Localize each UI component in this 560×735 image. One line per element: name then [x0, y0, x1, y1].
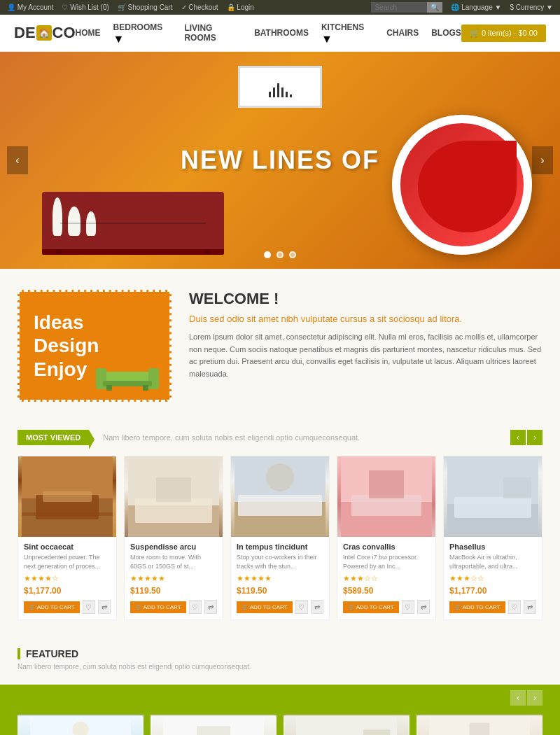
svg-rect-42: [470, 723, 490, 735]
product-stars: ★★★★★: [237, 574, 323, 583]
featured-image-3: [284, 715, 410, 735]
svg-rect-26: [503, 477, 531, 498]
svg-rect-4: [106, 385, 112, 391]
cart-button[interactable]: 🛒 0 item(s) - $0.00: [461, 24, 546, 42]
ball-chair-inner: [418, 141, 517, 232]
product-desc: More room to move. With 60GS or 150GS of…: [130, 553, 217, 570]
add-to-cart-button[interactable]: 🛒 ADD TO CART: [449, 601, 505, 613]
sideboard-decoration: [42, 192, 224, 255]
svg-rect-34: [197, 727, 230, 735]
svg-rect-22: [369, 470, 404, 498]
wishlist-button[interactable]: ♡: [189, 600, 202, 614]
product-card: Phasellus MacBook Air is ultrathin, ultr…: [443, 456, 542, 620]
product-stars: ★★★☆☆: [343, 574, 430, 583]
compare-button[interactable]: ⇄: [417, 600, 430, 614]
most-viewed-header: MOST VIEWED Nam libero tempore, cum solu…: [18, 430, 542, 445]
most-viewed-next-button[interactable]: ›: [527, 430, 542, 445]
wishlist-button[interactable]: ♡: [402, 600, 414, 614]
wish-list-link[interactable]: ♡ Wish List (0): [62, 4, 108, 11]
nav-kitchens[interactable]: KITCHENS ▼: [321, 20, 374, 46]
product-desc: Stop your co-workers in their tracks wit…: [237, 553, 323, 570]
clock-mark: [269, 92, 271, 97]
product-name: Sint occaecat: [24, 542, 111, 551]
hero-dot-1[interactable]: [264, 251, 271, 258]
product-stars: ★★★☆☆: [449, 574, 536, 583]
wishlist-button[interactable]: ♡: [508, 600, 521, 614]
featured-room-svg: [19, 716, 142, 735]
product-actions: 🛒 ADD TO CART ♡ ⇄: [130, 600, 217, 614]
clock-mark: [273, 88, 275, 97]
product-image: [444, 456, 542, 537]
product-card: Sint occaecat Unprecedented power. The n…: [18, 456, 117, 620]
wishlist-button[interactable]: ♡: [83, 600, 95, 614]
top-bar: 👤 My Account ♡ Wish List (0) 🛒 Shopping …: [0, 0, 560, 15]
featured-image-4: [416, 715, 542, 735]
product-image: [337, 456, 435, 537]
featured-next-button[interactable]: ›: [527, 690, 542, 706]
product-image: [18, 456, 116, 537]
clock-mark: [277, 83, 279, 97]
product-actions: 🛒 ADD TO CART ♡ ⇄: [24, 600, 111, 614]
search-input[interactable]: [371, 2, 427, 13]
nav-bedrooms[interactable]: BEDROOMS ▼: [113, 20, 172, 46]
logo-icon: 🏠: [36, 25, 52, 41]
nav-living-rooms[interactable]: LIVING ROOMS: [184, 23, 241, 43]
header: DE 🏠 CO HOME BEDROOMS ▼ LIVING ROOMS BAT…: [0, 15, 560, 52]
add-to-cart-button[interactable]: 🛒 ADD TO CART: [343, 601, 399, 613]
product-stars: ★★★★★: [130, 574, 217, 583]
add-to-cart-button[interactable]: 🛒 ADD TO CART: [237, 601, 293, 613]
hero-prev-button[interactable]: ‹: [7, 146, 28, 174]
featured-section: FEATURED Nam libero tempore, cum soluta …: [0, 634, 560, 685]
add-to-cart-button[interactable]: 🛒 ADD TO CART: [24, 601, 80, 613]
login-link[interactable]: 🔒 Login: [227, 4, 254, 11]
currency-selector[interactable]: $ Currency ▼: [510, 4, 553, 11]
vase-medium: [68, 206, 80, 236]
product-actions: 🛒 ADD TO CART ♡ ⇄: [237, 600, 323, 614]
nav-home[interactable]: HOME: [76, 28, 101, 38]
welcome-banner: Ideas Design Enjoy: [18, 290, 172, 402]
my-account-link[interactable]: 👤 My Account: [7, 4, 53, 11]
compare-button[interactable]: ⇄: [98, 600, 111, 614]
product-card: Cras convallis Intel Core i7 bui process…: [337, 456, 436, 620]
product-actions: 🛒 ADD TO CART ♡ ⇄: [449, 600, 536, 614]
product-desc: Intel Core i7 bui processor. Powered by …: [343, 553, 430, 570]
product-card: In tempus tincidunt Stop your co-workers…: [230, 456, 330, 620]
language-selector[interactable]: 🌐 Language ▼: [451, 4, 501, 11]
product-info: Sint occaecat Unprecedented power. The n…: [18, 537, 116, 620]
nav-blogs[interactable]: BLOGS: [431, 28, 461, 38]
featured-title: FEATURED: [18, 648, 542, 659]
svg-rect-9: [43, 491, 92, 502]
product-name: Cras convallis: [343, 542, 430, 551]
sofa-decoration: [92, 354, 162, 393]
nav-chairs[interactable]: CHAIRS: [386, 28, 419, 38]
svg-rect-17: [238, 495, 322, 516]
hero-dot-2[interactable]: [276, 251, 284, 258]
wishlist-button[interactable]: ♡: [295, 600, 308, 614]
product-price: $589.50: [343, 586, 430, 596]
compare-button[interactable]: ⇄: [524, 600, 536, 614]
search-button[interactable]: 🔍: [427, 2, 442, 13]
hero-next-button[interactable]: ›: [532, 146, 553, 174]
search-bar[interactable]: 🔍: [371, 2, 442, 13]
product-image: [125, 456, 223, 537]
hero-slider: ‹ NEW LINES OF ›: [0, 52, 560, 269]
banner-text: Ideas Design Enjoy: [34, 311, 99, 382]
product-image-placeholder: [337, 456, 435, 537]
product-image-placeholder: [125, 456, 223, 537]
most-viewed-prev-button[interactable]: ‹: [510, 430, 526, 445]
shopping-cart-link[interactable]: 🛒 Shopping Cart: [118, 4, 173, 11]
nav-bathrooms[interactable]: BATHROOMS: [254, 28, 309, 38]
add-to-cart-button[interactable]: 🛒 ADD TO CART: [130, 601, 186, 613]
svg-rect-38: [363, 729, 390, 735]
compare-button[interactable]: ⇄: [204, 600, 217, 614]
compare-button[interactable]: ⇄: [311, 600, 323, 614]
welcome-text: WELCOME ! Duis sed odio sit amet nibh vu…: [189, 290, 542, 380]
product-name: In tempus tincidunt: [237, 542, 323, 551]
room-svg: [337, 456, 435, 537]
most-viewed-section: MOST VIEWED Nam libero tempore, cum solu…: [0, 423, 560, 634]
most-viewed-badge: MOST VIEWED: [18, 430, 89, 445]
featured-prev-button[interactable]: ‹: [510, 690, 526, 706]
hero-dot-3[interactable]: [289, 251, 296, 258]
checkout-link[interactable]: ✓ Checkout: [181, 4, 218, 11]
product-price: $1,177.00: [449, 586, 536, 596]
